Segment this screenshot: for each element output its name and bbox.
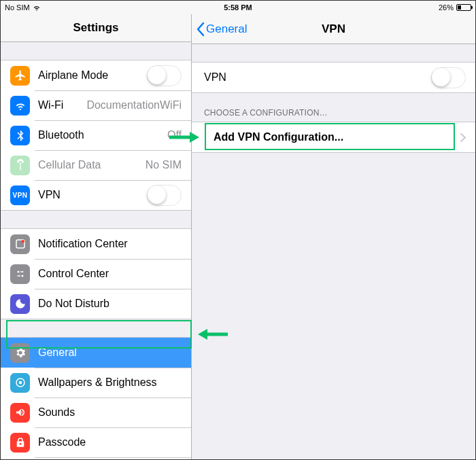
- gear-icon: [10, 343, 30, 363]
- wallpaper-icon: [10, 373, 30, 393]
- sidebar-nav: Settings: [1, 14, 191, 42]
- svg-point-7: [18, 381, 22, 385]
- settings-sidebar: Settings Airplane Mode: [1, 14, 192, 460]
- add-vpn-configuration-row[interactable]: Add VPN Configuration...: [192, 122, 475, 152]
- config-group: Add VPN Configuration...: [192, 122, 475, 153]
- sidebar-item-general[interactable]: General: [1, 338, 191, 368]
- wifi-icon: [33, 3, 41, 12]
- svg-point-1: [21, 240, 24, 243]
- bluetooth-icon: [10, 126, 30, 145]
- lock-icon: [10, 433, 30, 453]
- sidebar-item-label: Passcode: [38, 436, 86, 448]
- sidebar-group-notifications: Notification Center Control Center Do No…: [1, 228, 191, 319]
- sidebar-item-label: Wallpapers & Brightness: [38, 376, 157, 389]
- sidebar-item-label: Control Center: [38, 268, 109, 280]
- vpn-group: VPN: [192, 62, 475, 93]
- cellular-icon: [10, 156, 30, 175]
- sidebar-item-label: Do Not Disturb: [38, 298, 109, 310]
- sidebar-item-do-not-disturb[interactable]: Do Not Disturb: [1, 289, 191, 319]
- sidebar-item-cellular[interactable]: Cellular Data No SIM: [1, 150, 191, 180]
- chevron-right-icon: [460, 133, 466, 142]
- detail-title: VPN: [322, 22, 345, 36]
- bluetooth-value: Off: [167, 129, 182, 141]
- sidebar-item-sounds[interactable]: Sounds: [1, 397, 191, 427]
- notification-icon: [10, 234, 30, 254]
- sounds-icon: [10, 403, 30, 423]
- vpn-master-row[interactable]: VPN: [192, 63, 475, 92]
- sidebar-item-label: General: [38, 347, 77, 359]
- battery-icon: [456, 4, 471, 11]
- sidebar-item-passcode[interactable]: Passcode: [1, 427, 191, 457]
- airplane-toggle[interactable]: [147, 65, 182, 86]
- sidebar-item-bluetooth[interactable]: Bluetooth Off: [1, 120, 191, 150]
- back-button[interactable]: General: [192, 22, 247, 37]
- sidebar-group-connectivity: Airplane Mode Wi-Fi DocumentationWiFi: [1, 60, 191, 211]
- status-bar: No SIM 5:58 PM 26%: [1, 1, 475, 14]
- vpn-icon: VPN: [10, 185, 30, 205]
- svg-rect-3: [20, 272, 24, 273]
- detail-pane: General VPN VPN CHOOSE A CONFIGURATION… …: [192, 14, 475, 460]
- sidebar-title: Settings: [73, 21, 118, 35]
- vpn-row-label: VPN: [204, 71, 226, 84]
- vpn-master-toggle[interactable]: [431, 67, 466, 88]
- control-center-icon: [10, 264, 30, 284]
- add-vpn-label: Add VPN Configuration...: [214, 131, 343, 143]
- sidebar-item-notification-center[interactable]: Notification Center: [1, 229, 191, 259]
- cellular-value: No SIM: [146, 159, 182, 171]
- vpn-sidebar-toggle[interactable]: [147, 185, 182, 206]
- back-label: General: [206, 22, 247, 36]
- svg-point-2: [17, 271, 19, 273]
- detail-nav: General VPN: [192, 14, 475, 44]
- wifi-icon: [10, 96, 30, 116]
- sidebar-item-label: Sounds: [38, 406, 75, 419]
- dnd-icon: [10, 294, 30, 314]
- sidebar-item-vpn[interactable]: VPN VPN: [1, 180, 191, 210]
- sidebar-item-label: Cellular Data: [38, 159, 101, 171]
- airplane-icon: [10, 66, 30, 86]
- sidebar-item-label: Bluetooth: [38, 129, 84, 141]
- sidebar-item-control-center[interactable]: Control Center: [1, 259, 191, 289]
- wifi-value: DocumentationWiFi: [86, 99, 182, 111]
- sidebar-item-label: Airplane Mode: [38, 69, 108, 82]
- sidebar-item-label: Wi-Fi: [38, 99, 63, 111]
- battery-pct: 26%: [439, 3, 454, 12]
- svg-point-4: [21, 275, 23, 277]
- sidebar-item-label: VPN: [38, 189, 61, 201]
- choose-config-header: CHOOSE A CONFIGURATION…: [192, 93, 475, 122]
- sidebar-item-airplane-mode[interactable]: Airplane Mode: [1, 60, 191, 90]
- svg-rect-5: [17, 276, 20, 277]
- status-time: 5:58 PM: [224, 3, 252, 12]
- sidebar-item-wifi[interactable]: Wi-Fi DocumentationWiFi: [1, 90, 191, 120]
- sidebar-item-label: Notification Center: [38, 238, 128, 250]
- carrier-text: No SIM: [5, 3, 30, 12]
- sidebar-group-general: General Wallpapers & Brightness Sounds: [1, 337, 191, 460]
- sidebar-item-wallpapers[interactable]: Wallpapers & Brightness: [1, 368, 191, 397]
- sidebar-item-privacy[interactable]: Privacy: [1, 457, 191, 460]
